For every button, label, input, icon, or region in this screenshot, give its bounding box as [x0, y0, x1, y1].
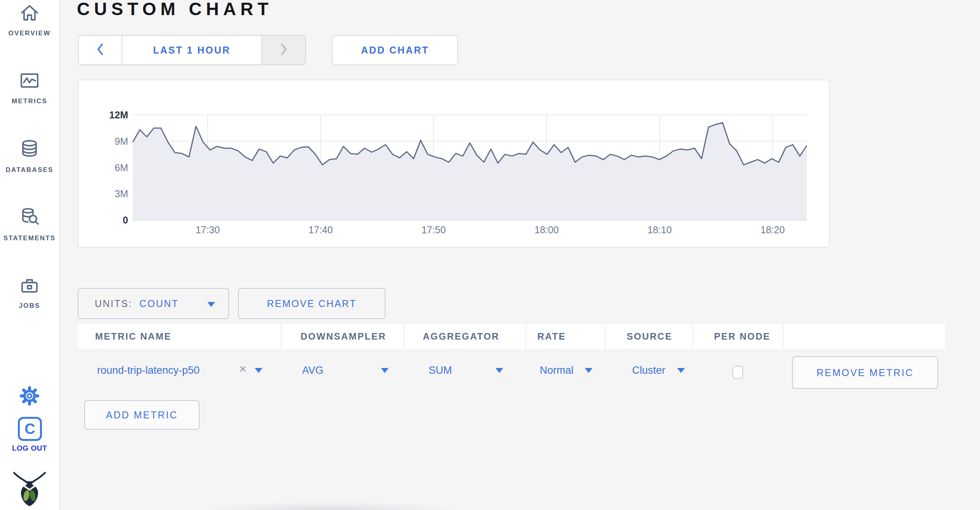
downsampler-caret-icon[interactable] — [381, 368, 389, 373]
chevron-right-icon — [278, 41, 289, 59]
bottom-shadow — [198, 501, 462, 510]
aggregator-caret-icon[interactable] — [495, 368, 503, 373]
rate-select[interactable]: Normal — [540, 363, 573, 377]
metrics-icon — [19, 70, 40, 93]
cockroach-logo — [0, 470, 59, 508]
column-header-actions — [784, 324, 945, 349]
y-tick-label: 12M — [82, 109, 128, 121]
units-value: COUNT — [139, 298, 179, 309]
chevron-left-icon — [95, 41, 106, 59]
x-tick-label: 18:20 — [761, 224, 785, 236]
time-range-forward-button[interactable] — [261, 36, 305, 64]
x-tick-label: 17:40 — [309, 224, 333, 236]
add-metric-button[interactable]: ADD METRIC — [84, 400, 200, 430]
chevron-down-icon — [207, 302, 215, 307]
rate-caret-icon[interactable] — [585, 368, 593, 373]
x-tick-label: 17:50 — [422, 224, 446, 236]
y-tick-label: 9M — [82, 135, 128, 147]
column-header-per-node: PER NODE — [693, 324, 782, 349]
units-dropdown[interactable]: UNITS: COUNT — [78, 288, 229, 319]
sidebar-item-jobs[interactable] — [0, 275, 59, 298]
sidebar-item-metrics[interactable] — [0, 70, 59, 93]
units-label: UNITS: — [95, 298, 132, 309]
per-node-checkbox[interactable] — [732, 366, 743, 379]
sidebar-item-jobs-label[interactable]: JOBS — [0, 302, 59, 310]
y-tick-label: 0 — [82, 215, 128, 226]
sidebar: OVERVIEW METRICS DATABASES — [0, 0, 60, 510]
sidebar-item-overview-label[interactable]: OVERVIEW — [0, 29, 59, 37]
column-header-downsampler: DOWNSAMPLER — [282, 324, 403, 349]
sidebar-item-statements[interactable] — [0, 206, 59, 229]
sidebar-item-statements-label[interactable]: STATEMENTS — [0, 234, 59, 242]
jobs-icon — [19, 275, 40, 298]
sidebar-item-databases[interactable] — [0, 138, 59, 161]
source-caret-icon[interactable] — [677, 368, 685, 373]
chart-card: 03M6M9M12M 17:3017:4017:5018:0018:1018:2… — [78, 80, 830, 248]
sidebar-item-overview[interactable] — [0, 2, 59, 26]
clear-metric-icon[interactable]: × — [239, 362, 247, 376]
source-select[interactable]: Cluster — [632, 363, 665, 377]
chart-plot[interactable] — [133, 115, 807, 220]
cockroach-bug-icon — [12, 501, 47, 508]
sidebar-item-databases-label[interactable]: DATABASES — [0, 166, 59, 174]
home-icon — [19, 2, 40, 26]
column-header-rate: RATE — [526, 324, 605, 349]
x-tick-label: 18:00 — [535, 224, 559, 236]
time-range-dropdown[interactable]: LAST 1 HOUR — [122, 36, 261, 64]
statements-icon — [19, 206, 40, 229]
cockroach-c-icon[interactable]: C — [18, 417, 42, 441]
gear-icon — [19, 385, 40, 408]
settings-button[interactable] — [0, 385, 59, 408]
metric-name-caret-icon[interactable] — [255, 368, 262, 373]
database-icon — [19, 138, 40, 161]
add-chart-button[interactable]: ADD CHART — [332, 35, 458, 65]
y-tick-label: 6M — [82, 162, 128, 173]
x-tick-label: 18:10 — [648, 224, 672, 236]
column-header-metric-name: METRIC NAME — [78, 324, 280, 349]
time-range-control: LAST 1 HOUR — [78, 35, 306, 65]
time-range-back-button[interactable] — [79, 36, 122, 64]
custom-chart-page: OVERVIEW METRICS DATABASES — [0, 0, 980, 510]
column-header-source: SOURCE — [606, 324, 692, 349]
aggregator-select[interactable]: SUM — [429, 363, 452, 377]
remove-metric-button[interactable]: REMOVE METRIC — [792, 356, 938, 389]
y-tick-label: 3M — [82, 188, 128, 199]
sidebar-item-metrics-label[interactable]: METRICS — [0, 97, 59, 105]
metric-name-select[interactable]: round-trip-latency-p50 — [97, 363, 200, 377]
remove-chart-button[interactable]: REMOVE CHART — [238, 288, 386, 319]
x-tick-label: 17:30 — [196, 224, 220, 236]
column-header-aggregator: AGGREGATOR — [405, 324, 525, 349]
page-title: CUSTOM CHART — [77, 0, 273, 20]
downsampler-select[interactable]: AVG — [302, 363, 323, 377]
logout-button[interactable]: LOG OUT — [0, 444, 59, 453]
